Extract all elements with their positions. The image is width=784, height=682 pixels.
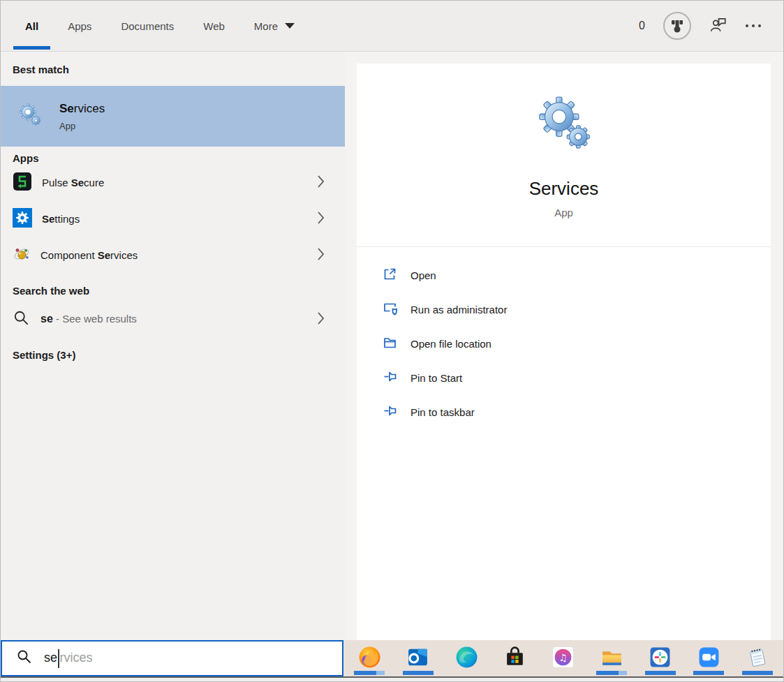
run-admin-shield-icon — [383, 301, 397, 318]
running-indicator — [645, 671, 676, 675]
filter-tabs: All Apps Documents Web More — [25, 1, 295, 51]
running-indicator — [693, 671, 724, 675]
search-filter-bar: All Apps Documents Web More 0 — [1, 1, 783, 52]
svg-text:♫: ♫ — [559, 652, 568, 662]
running-indicator — [354, 671, 385, 675]
running-indicator — [403, 671, 434, 675]
microsoft-store-icon — [503, 646, 526, 672]
outlook-icon — [406, 646, 429, 672]
results-panel: Best match — [1, 52, 345, 640]
result-label: Settings — [42, 213, 80, 225]
preview-card: Services App Open — [357, 64, 771, 640]
pin-icon — [383, 403, 397, 420]
notepad-icon — [746, 646, 769, 672]
preview-subtitle: App — [554, 207, 573, 218]
search-web-header: Search the web — [13, 285, 345, 297]
settings-group-header: Settings (3+) — [13, 349, 345, 361]
services-gears-icon — [17, 103, 43, 131]
folder-location-icon — [383, 335, 397, 352]
chevron-right-icon[interactable] — [317, 311, 325, 327]
taskbar-notepad[interactable] — [735, 640, 780, 676]
chevron-right-icon[interactable] — [317, 247, 325, 263]
result-pulse-secure[interactable]: Pulse Secure — [1, 164, 345, 200]
result-label: Pulse Secure — [42, 177, 104, 188]
action-label: Pin to Start — [411, 372, 462, 384]
windows-search-flyout: All Apps Documents Web More 0 — [0, 0, 784, 682]
chevron-down-icon — [285, 23, 295, 29]
preview-panel: Services App Open — [345, 52, 783, 640]
best-match-title: Services — [59, 102, 105, 116]
open-icon — [383, 267, 397, 283]
search-text: services — [44, 649, 93, 668]
taskbar-slack[interactable] — [638, 640, 683, 676]
screen-bottom-edge — [1, 676, 783, 681]
taskbar-outlook[interactable] — [396, 640, 441, 676]
action-open-file-location[interactable]: Open file location — [383, 335, 771, 352]
result-label: Component Services — [40, 249, 138, 261]
context-actions: Open Run as administrator — [357, 247, 771, 420]
taskbar-itunes[interactable]: ♫ — [541, 640, 586, 676]
tab-more[interactable]: More — [254, 1, 295, 51]
taskbar-firefox[interactable] — [347, 640, 392, 676]
chevron-right-icon[interactable] — [317, 175, 325, 191]
zoom-icon — [697, 646, 720, 672]
action-pin-to-taskbar[interactable]: Pin to taskbar — [383, 403, 771, 420]
taskbar-microsoft-store[interactable] — [493, 640, 538, 676]
pulse-secure-icon — [13, 172, 32, 193]
apps-header: Apps — [13, 152, 345, 164]
settings-icon — [13, 208, 32, 230]
pin-icon — [383, 369, 397, 386]
text-caret — [58, 649, 59, 668]
search-results-area: Best match — [1, 52, 783, 640]
topbar-actions: 0 — [639, 1, 761, 51]
file-explorer-icon — [600, 646, 623, 672]
tab-all[interactable]: All — [25, 1, 38, 51]
tab-web[interactable]: Web — [203, 1, 225, 51]
edge-icon — [455, 646, 478, 672]
itunes-icon: ♫ — [552, 646, 575, 672]
search-input[interactable]: services — [1, 640, 343, 676]
search-icon — [13, 309, 31, 329]
action-label: Run as administrator — [411, 304, 507, 316]
preview-title: Services — [529, 178, 599, 200]
best-match-subtitle: App — [59, 121, 105, 131]
more-options-icon[interactable] — [746, 24, 761, 27]
best-match-header: Best match — [13, 64, 345, 75]
chevron-right-icon[interactable] — [317, 211, 325, 227]
action-label: Open — [411, 269, 436, 281]
result-label: se - See web results — [40, 313, 137, 325]
firefox-icon — [358, 646, 381, 672]
tab-apps[interactable]: Apps — [68, 1, 91, 51]
result-settings[interactable]: Settings — [1, 200, 345, 237]
services-gears-icon — [534, 94, 594, 157]
running-indicator — [742, 671, 773, 675]
action-pin-to-start[interactable]: Pin to Start — [383, 369, 771, 386]
taskbar-apps: ♫ — [343, 640, 783, 676]
component-services-icon — [13, 245, 31, 265]
running-indicator — [596, 671, 627, 675]
result-component-services[interactable]: Component Services — [1, 237, 345, 273]
taskbar: services — [1, 640, 783, 676]
taskbar-edge[interactable] — [444, 640, 489, 676]
slack-icon — [649, 646, 672, 672]
action-run-as-administrator[interactable]: Run as administrator — [383, 301, 771, 318]
best-match-result-services[interactable]: Services App — [1, 86, 345, 147]
tab-documents[interactable]: Documents — [121, 1, 174, 51]
action-label: Open file location — [411, 338, 491, 350]
taskbar-zoom[interactable] — [686, 640, 731, 676]
feedback-icon[interactable] — [709, 15, 727, 36]
taskbar-file-explorer[interactable] — [589, 640, 634, 676]
result-web-search[interactable]: se - See web results — [1, 301, 345, 337]
action-label: Pin to taskbar — [411, 406, 475, 418]
preview-header: Services App — [357, 64, 771, 247]
rewards-medal-icon[interactable] — [663, 12, 691, 40]
rewards-count: 0 — [639, 20, 645, 32]
action-open[interactable]: Open — [383, 267, 771, 283]
search-icon — [16, 648, 33, 668]
